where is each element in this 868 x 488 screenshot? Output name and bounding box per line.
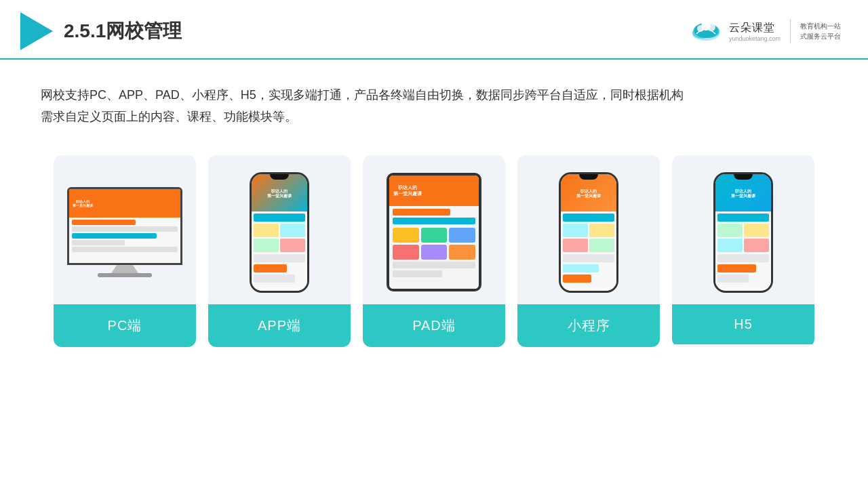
phone-screen-top-text-app: 职达人的第一堂兴趣课 <box>267 189 292 199</box>
description-text: 网校支持PC、APP、PAD、小程序、H5，实现多端打通，产品各终端自由切换，数… <box>0 60 868 142</box>
logo-triangle-icon <box>20 12 53 50</box>
description-content: 网校支持PC、APP、PAD、小程序、H5，实现多端打通，产品各终端自由切换，数… <box>41 88 684 123</box>
tablet-screen-body <box>389 206 479 289</box>
card-miniapp: 职达人的第一堂兴趣课 <box>517 155 660 347</box>
phone-grid-item-2 <box>280 224 305 237</box>
tablet-grid-item-6 <box>449 245 475 260</box>
brand-name: 云朵课堂 <box>729 21 775 35</box>
miniapp-row-3 <box>563 264 599 272</box>
h5-row-2 <box>717 254 769 262</box>
phone-grid-item-4 <box>280 239 305 252</box>
tablet-screen: 职达人的第一堂兴趣课 <box>389 176 479 289</box>
tablet-grid-item-2 <box>421 228 448 243</box>
cards-container: 职达人的第一堂兴趣课 PC端 <box>0 142 868 367</box>
pc-content-row-4 <box>72 240 125 245</box>
brand-divider <box>790 19 791 43</box>
tablet-grid <box>393 228 475 260</box>
tablet-mockup: 职达人的第一堂兴趣课 <box>387 173 481 291</box>
miniapp-row-1 <box>563 214 614 222</box>
brand-url: yunduoketang.com <box>729 35 781 42</box>
brand-slogan: 教育机构一站 式服务云平台 <box>800 21 841 41</box>
header-right: 云朵课堂 yunduoketang.com 教育机构一站 式服务云平台 <box>688 19 841 43</box>
card-app-label: APP端 <box>208 304 351 347</box>
header: 2.5.1网校管理 云朵课堂 yunduoketang.com 教育机构一站 式… <box>0 0 868 60</box>
phone-mockup-h5: 职达人的第一堂兴趣课 <box>713 172 773 293</box>
h5-grid-item-2 <box>744 224 769 237</box>
phone-screen-top-h5: 职达人的第一堂兴趣课 <box>715 174 771 211</box>
phone-screen-top-text-h5: 职达人的第一堂兴趣课 <box>731 189 755 199</box>
card-miniapp-label: 小程序 <box>517 304 660 347</box>
phone-notch-app <box>270 174 289 180</box>
card-pc: 职达人的第一堂兴趣课 PC端 <box>54 155 196 347</box>
phone-screen-top-text-miniapp: 职达人的第一堂兴趣课 <box>576 189 601 199</box>
brand-slogan-line1: 教育机构一站 <box>800 21 841 31</box>
tablet-row-4 <box>393 270 442 277</box>
h5-grid-item-4 <box>744 239 769 252</box>
card-app: 职达人的第一堂兴趣课 <box>208 155 351 347</box>
phone-screen-h5: 职达人的第一堂兴趣课 <box>715 174 771 291</box>
h5-row-3 <box>717 264 756 272</box>
card-pad: 职达人的第一堂兴趣课 <box>363 155 505 347</box>
brand-slogan-line2: 式服务云平台 <box>800 31 841 41</box>
phone-screen-miniapp: 职达人的第一堂兴趣课 <box>561 174 616 291</box>
tablet-grid-item-4 <box>393 245 419 260</box>
h5-row-4 <box>717 274 749 283</box>
miniapp-grid-item-1 <box>563 224 588 237</box>
brand-logo <box>688 19 724 43</box>
phone-screen-app: 职达人的第一堂兴趣课 <box>252 174 307 291</box>
tablet-row-2 <box>393 218 475 224</box>
h5-grid <box>717 224 769 252</box>
phone-grid-item-3 <box>254 239 279 252</box>
phone-notch-h5 <box>734 174 753 180</box>
brand-text: 云朵课堂 yunduoketang.com <box>729 21 781 42</box>
h5-grid-item-3 <box>717 239 743 252</box>
phone-screen-top-miniapp: 职达人的第一堂兴趣课 <box>561 174 616 211</box>
phone-row-2 <box>254 254 305 262</box>
pc-screen-content <box>69 218 180 264</box>
pc-stand <box>111 265 138 273</box>
pc-content-row-1 <box>72 220 136 225</box>
phone-mockup-miniapp: 职达人的第一堂兴趣课 <box>559 172 618 293</box>
card-miniapp-image: 职达人的第一堂兴趣课 <box>517 155 660 304</box>
phone-grid <box>254 224 305 252</box>
phone-grid-item-1 <box>254 224 279 237</box>
cloud-icon <box>688 19 724 43</box>
pc-base <box>98 273 152 277</box>
tablet-grid-item-1 <box>393 228 419 243</box>
pc-screen-header: 职达人的第一堂兴趣课 <box>69 189 180 217</box>
card-pad-label: PAD端 <box>363 304 505 347</box>
miniapp-row-4 <box>563 274 591 283</box>
page-title: 2.5.1网校管理 <box>64 18 182 44</box>
tablet-screen-top-text: 职达人的第一堂兴趣课 <box>393 185 422 197</box>
phone-screen-body-app <box>252 211 307 291</box>
miniapp-grid <box>563 224 614 252</box>
card-pad-image: 职达人的第一堂兴趣课 <box>363 155 505 304</box>
h5-grid-item-1 <box>717 224 743 237</box>
phone-screen-body-miniapp <box>561 211 616 291</box>
phone-screen-top-app: 职达人的第一堂兴趣课 <box>252 174 307 211</box>
header-left: 2.5.1网校管理 <box>20 12 182 50</box>
phone-screen-body-h5 <box>715 211 771 291</box>
pc-screen-header-text: 职达人的第一堂兴趣课 <box>73 199 93 207</box>
phone-notch-miniapp <box>579 174 598 180</box>
pc-content-row-5 <box>72 247 178 252</box>
card-pc-label: PC端 <box>54 304 196 347</box>
card-h5-label: H5 <box>672 304 814 344</box>
phone-row-3 <box>254 264 287 272</box>
phone-row-4 <box>254 274 295 283</box>
card-pc-image: 职达人的第一堂兴趣课 <box>54 155 196 304</box>
card-h5: 职达人的第一堂兴趣课 <box>672 155 814 347</box>
miniapp-row-2 <box>563 254 614 262</box>
card-h5-image: 职达人的第一堂兴趣课 <box>672 155 814 304</box>
phone-mockup-app: 职达人的第一堂兴趣课 <box>250 172 309 293</box>
h5-row-1 <box>717 214 769 222</box>
pc-monitor: 职达人的第一堂兴趣课 <box>67 187 182 265</box>
pc-mockup: 职达人的第一堂兴趣课 <box>67 187 182 277</box>
tablet-screen-top: 职达人的第一堂兴趣课 <box>389 176 479 206</box>
svg-point-6 <box>701 21 711 30</box>
miniapp-grid-item-4 <box>589 239 614 252</box>
miniapp-grid-item-2 <box>589 224 614 237</box>
card-app-image: 职达人的第一堂兴趣课 <box>208 155 351 304</box>
tablet-row-1 <box>393 209 450 216</box>
pc-screen: 职达人的第一堂兴趣课 <box>69 189 180 263</box>
